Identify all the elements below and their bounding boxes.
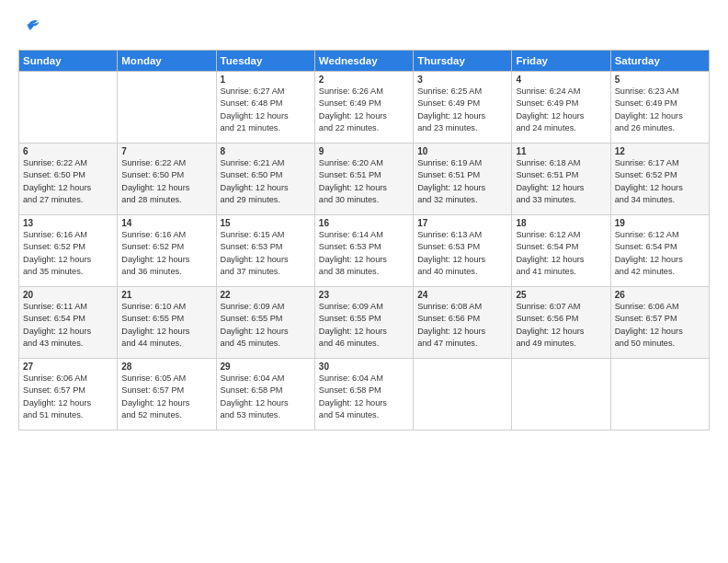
day-info: Sunrise: 6:19 AMSunset: 6:51 PMDaylight:… [417, 157, 507, 206]
day-info: Sunrise: 6:06 AMSunset: 6:57 PMDaylight:… [23, 373, 113, 421]
day-info: Sunrise: 6:22 AMSunset: 6:50 PMDaylight:… [121, 157, 211, 206]
day-number: 5 [615, 75, 705, 85]
day-number: 7 [121, 146, 211, 156]
day-number: 11 [516, 146, 606, 156]
day-info: Sunrise: 6:27 AMSunset: 6:48 PMDaylight:… [221, 86, 311, 134]
calendar-cell [512, 359, 610, 431]
day-info: Sunrise: 6:26 AMSunset: 6:49 PMDaylight:… [319, 86, 409, 134]
day-number: 23 [319, 290, 409, 300]
day-number: 14 [121, 218, 211, 228]
day-number: 20 [23, 290, 113, 300]
day-number: 13 [23, 218, 113, 228]
calendar-cell: 9Sunrise: 6:20 AMSunset: 6:51 PMDaylight… [314, 144, 413, 215]
day-number: 9 [319, 146, 409, 156]
day-info: Sunrise: 6:14 AMSunset: 6:53 PMDaylight:… [319, 229, 409, 278]
day-info: Sunrise: 6:22 AMSunset: 6:50 PMDaylight:… [23, 157, 113, 206]
calendar-cell: 17Sunrise: 6:13 AMSunset: 6:53 PMDayligh… [414, 215, 512, 287]
calendar-cell: 26Sunrise: 6:06 AMSunset: 6:57 PMDayligh… [610, 287, 709, 359]
day-number: 1 [221, 75, 311, 85]
day-info: Sunrise: 6:09 AMSunset: 6:55 PMDaylight:… [319, 301, 409, 350]
day-number: 15 [221, 218, 311, 228]
calendar-cell: 24Sunrise: 6:08 AMSunset: 6:56 PMDayligh… [414, 287, 512, 359]
calendar-cell: 20Sunrise: 6:11 AMSunset: 6:54 PMDayligh… [19, 287, 118, 359]
day-info: Sunrise: 6:16 AMSunset: 6:52 PMDaylight:… [121, 229, 211, 278]
calendar-table: SundayMondayTuesdayWednesdayThursdayFrid… [18, 50, 710, 431]
bird-icon [20, 17, 40, 37]
calendar-cell: 13Sunrise: 6:16 AMSunset: 6:52 PMDayligh… [19, 215, 118, 287]
day-info: Sunrise: 6:12 AMSunset: 6:54 PMDaylight:… [615, 229, 705, 278]
calendar-cell [414, 359, 512, 431]
col-header-tuesday: Tuesday [216, 51, 314, 72]
calendar-cell: 18Sunrise: 6:12 AMSunset: 6:54 PMDayligh… [512, 215, 610, 287]
calendar-cell: 15Sunrise: 6:15 AMSunset: 6:53 PMDayligh… [216, 215, 314, 287]
day-info: Sunrise: 6:15 AMSunset: 6:53 PMDaylight:… [221, 229, 311, 278]
day-number: 4 [516, 75, 606, 85]
calendar-cell: 7Sunrise: 6:22 AMSunset: 6:50 PMDaylight… [118, 144, 216, 215]
calendar-cell: 14Sunrise: 6:16 AMSunset: 6:52 PMDayligh… [118, 215, 216, 287]
calendar-cell: 25Sunrise: 6:07 AMSunset: 6:56 PMDayligh… [512, 287, 610, 359]
day-info: Sunrise: 6:17 AMSunset: 6:52 PMDaylight:… [615, 157, 705, 206]
day-info: Sunrise: 6:24 AMSunset: 6:49 PMDaylight:… [516, 86, 606, 134]
day-number: 24 [417, 290, 507, 300]
calendar-cell: 11Sunrise: 6:18 AMSunset: 6:51 PMDayligh… [512, 144, 610, 215]
day-number: 18 [516, 218, 606, 228]
day-number: 16 [319, 218, 409, 228]
calendar-cell: 10Sunrise: 6:19 AMSunset: 6:51 PMDayligh… [414, 144, 512, 215]
day-info: Sunrise: 6:21 AMSunset: 6:50 PMDaylight:… [221, 157, 311, 206]
day-info: Sunrise: 6:06 AMSunset: 6:57 PMDaylight:… [615, 301, 705, 350]
day-info: Sunrise: 6:10 AMSunset: 6:55 PMDaylight:… [121, 301, 211, 350]
calendar-cell: 4Sunrise: 6:24 AMSunset: 6:49 PMDaylight… [512, 72, 610, 144]
calendar-cell: 29Sunrise: 6:04 AMSunset: 6:58 PMDayligh… [216, 359, 314, 431]
day-info: Sunrise: 6:04 AMSunset: 6:58 PMDaylight:… [221, 373, 311, 421]
day-number: 2 [319, 75, 409, 85]
day-info: Sunrise: 6:11 AMSunset: 6:54 PMDaylight:… [23, 301, 113, 350]
day-info: Sunrise: 6:25 AMSunset: 6:49 PMDaylight:… [417, 86, 507, 134]
day-number: 27 [23, 362, 113, 372]
calendar-cell: 21Sunrise: 6:10 AMSunset: 6:55 PMDayligh… [118, 287, 216, 359]
calendar-cell [19, 72, 118, 144]
day-number: 8 [221, 146, 311, 156]
col-header-wednesday: Wednesday [314, 51, 413, 72]
day-info: Sunrise: 6:13 AMSunset: 6:53 PMDaylight:… [417, 229, 507, 278]
calendar-cell: 27Sunrise: 6:06 AMSunset: 6:57 PMDayligh… [19, 359, 118, 431]
day-info: Sunrise: 6:20 AMSunset: 6:51 PMDaylight:… [319, 157, 409, 206]
calendar-cell: 2Sunrise: 6:26 AMSunset: 6:49 PMDaylight… [314, 72, 413, 144]
day-info: Sunrise: 6:18 AMSunset: 6:51 PMDaylight:… [516, 157, 606, 206]
page-header [18, 17, 710, 40]
calendar-cell: 19Sunrise: 6:12 AMSunset: 6:54 PMDayligh… [610, 215, 709, 287]
day-info: Sunrise: 6:08 AMSunset: 6:56 PMDaylight:… [417, 301, 507, 350]
day-number: 30 [319, 362, 409, 372]
calendar-cell: 28Sunrise: 6:05 AMSunset: 6:57 PMDayligh… [118, 359, 216, 431]
calendar-cell [118, 72, 216, 144]
day-number: 29 [221, 362, 311, 372]
day-number: 6 [23, 146, 113, 156]
day-info: Sunrise: 6:16 AMSunset: 6:52 PMDaylight:… [23, 229, 113, 278]
day-number: 10 [417, 146, 507, 156]
day-number: 26 [615, 290, 705, 300]
day-number: 25 [516, 290, 606, 300]
calendar-cell: 3Sunrise: 6:25 AMSunset: 6:49 PMDaylight… [414, 72, 512, 144]
calendar-cell: 22Sunrise: 6:09 AMSunset: 6:55 PMDayligh… [216, 287, 314, 359]
day-info: Sunrise: 6:23 AMSunset: 6:49 PMDaylight:… [615, 86, 705, 134]
col-header-sunday: Sunday [19, 51, 118, 72]
day-info: Sunrise: 6:07 AMSunset: 6:56 PMDaylight:… [516, 301, 606, 350]
col-header-thursday: Thursday [414, 51, 512, 72]
day-number: 21 [121, 290, 211, 300]
col-header-monday: Monday [118, 51, 216, 72]
day-info: Sunrise: 6:04 AMSunset: 6:58 PMDaylight:… [319, 373, 409, 421]
calendar-cell: 12Sunrise: 6:17 AMSunset: 6:52 PMDayligh… [610, 144, 709, 215]
col-header-friday: Friday [512, 51, 610, 72]
col-header-saturday: Saturday [610, 51, 709, 72]
calendar-cell [610, 359, 709, 431]
day-number: 12 [615, 146, 705, 156]
calendar-cell: 1Sunrise: 6:27 AMSunset: 6:48 PMDaylight… [216, 72, 314, 144]
day-info: Sunrise: 6:09 AMSunset: 6:55 PMDaylight:… [221, 301, 311, 350]
calendar-cell: 23Sunrise: 6:09 AMSunset: 6:55 PMDayligh… [314, 287, 413, 359]
day-info: Sunrise: 6:12 AMSunset: 6:54 PMDaylight:… [516, 229, 606, 278]
calendar-cell: 5Sunrise: 6:23 AMSunset: 6:49 PMDaylight… [610, 72, 709, 144]
day-number: 19 [615, 218, 705, 228]
day-number: 28 [121, 362, 211, 372]
day-number: 3 [417, 75, 507, 85]
day-number: 22 [221, 290, 311, 300]
calendar-cell: 6Sunrise: 6:22 AMSunset: 6:50 PMDaylight… [19, 144, 118, 215]
